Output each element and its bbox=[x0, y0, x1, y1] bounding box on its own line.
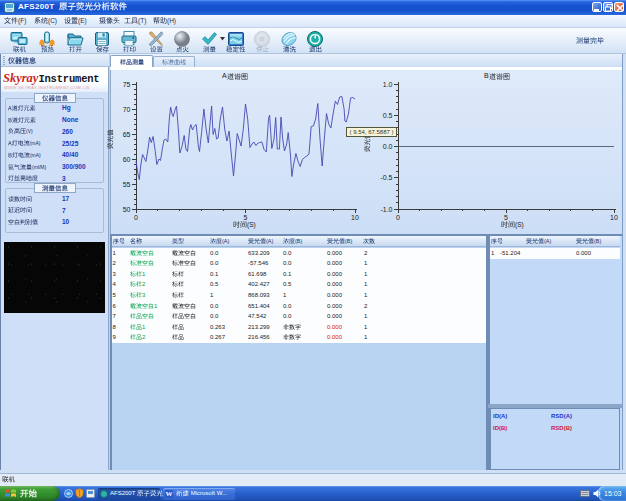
svg-text:70: 70 bbox=[123, 106, 131, 113]
svg-text:-0.5: -0.5 bbox=[380, 174, 392, 181]
svg-text:0.0: 0.0 bbox=[383, 143, 393, 150]
svg-text:5: 5 bbox=[504, 214, 508, 221]
svg-text:50: 50 bbox=[123, 206, 131, 213]
svg-text:75: 75 bbox=[123, 81, 131, 88]
svg-text:0: 0 bbox=[134, 214, 138, 221]
svg-text:10: 10 bbox=[351, 214, 359, 221]
svg-text:1.0: 1.0 bbox=[383, 81, 393, 88]
svg-text:60: 60 bbox=[123, 156, 131, 163]
svg-text:10: 10 bbox=[610, 214, 618, 221]
svg-text:0.5: 0.5 bbox=[383, 112, 393, 119]
svg-text:55: 55 bbox=[123, 181, 131, 188]
svg-text:5: 5 bbox=[244, 214, 248, 221]
svg-text:-1.0: -1.0 bbox=[380, 206, 392, 213]
svg-text:0: 0 bbox=[396, 214, 400, 221]
